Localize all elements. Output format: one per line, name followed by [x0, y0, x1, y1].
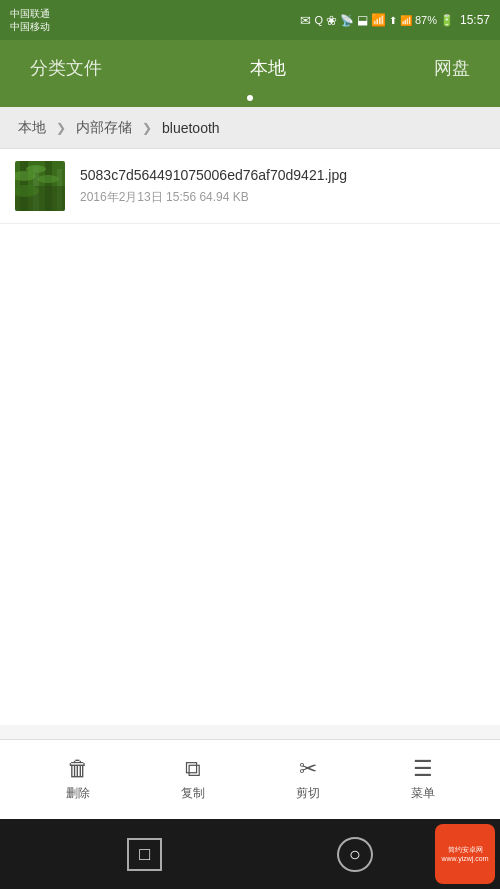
menu-button[interactable]: ☰ 菜单 — [391, 753, 455, 807]
file-info: 5083c7d564491075006ed76af70d9421.jpg 201… — [80, 166, 485, 207]
wifi-icon: 📶 — [371, 13, 386, 27]
top-navigation: 分类文件 本地 网盘 — [0, 40, 500, 95]
system-navigation: □ ○ 简约安卓网www.yizwj.com — [0, 819, 500, 889]
breadcrumb: 本地 ❯ 内部存储 ❯ bluetooth — [0, 107, 500, 149]
qa-icon: Q — [314, 14, 323, 26]
breadcrumb-bluetooth[interactable]: bluetooth — [154, 116, 228, 140]
file-list-area: 5083c7d564491075006ed76af70d9421.jpg 201… — [0, 149, 500, 725]
menu-label: 菜单 — [411, 785, 435, 802]
file-item[interactable]: 5083c7d564491075006ed76af70d9421.jpg 201… — [0, 149, 500, 224]
menu-icon: ☰ — [413, 758, 433, 780]
tab-classify[interactable]: 分类文件 — [20, 51, 112, 85]
signal1-icon: ⬆ — [389, 15, 397, 26]
status-bar: 中国联通 中国移动 ✉ Q ❀ 📡 ⬓ 📶 ⬆ 📶 87% 🔋 15:57 — [0, 0, 500, 40]
file-thumbnail — [15, 161, 65, 211]
breadcrumb-internal-storage[interactable]: 内部存储 — [68, 115, 140, 141]
carrier2: 中国移动 — [10, 20, 50, 33]
delete-button[interactable]: 🗑 删除 — [46, 753, 110, 807]
breadcrumb-arrow-1: ❯ — [56, 121, 66, 135]
cut-label: 剪切 — [296, 785, 320, 802]
home-button[interactable]: ○ — [337, 837, 373, 872]
copy-icon: ⧉ — [185, 758, 201, 780]
flower-icon: ❀ — [326, 13, 337, 28]
watermark-text: 简约安卓网www.yizwj.com — [438, 842, 491, 866]
nav-indicator-bar — [0, 95, 500, 107]
tab-cloud[interactable]: 网盘 — [424, 51, 480, 85]
file-date: 2016年2月13日 15:56 — [80, 190, 196, 204]
delete-label: 删除 — [66, 785, 90, 802]
carrier1: 中国联通 — [10, 7, 50, 20]
active-tab-dot — [247, 95, 253, 101]
file-meta: 2016年2月13日 15:56 64.94 KB — [80, 189, 485, 206]
carrier-info: 中国联通 中国移动 — [10, 7, 50, 33]
battery-icon: 🔋 — [440, 14, 454, 27]
cut-icon: ✂ — [299, 758, 317, 780]
message-icon: ✉ — [300, 13, 311, 28]
svg-point-7 — [37, 175, 59, 183]
signal2-icon: 📶 — [400, 15, 412, 26]
watermark: 简约安卓网www.yizwj.com — [435, 824, 495, 884]
cut-button[interactable]: ✂ 剪切 — [276, 753, 340, 807]
svg-point-6 — [26, 165, 46, 173]
copy-button[interactable]: ⧉ 复制 — [161, 753, 225, 807]
battery-level: 87% — [415, 14, 437, 26]
bluetooth-icon: ⬓ — [357, 13, 368, 27]
cast-icon: 📡 — [340, 14, 354, 27]
bottom-toolbar: 🗑 删除 ⧉ 复制 ✂ 剪切 ☰ 菜单 — [0, 739, 500, 819]
file-name: 5083c7d564491075006ed76af70d9421.jpg — [80, 166, 485, 186]
breadcrumb-local[interactable]: 本地 — [10, 115, 54, 141]
tab-local[interactable]: 本地 — [240, 51, 296, 85]
breadcrumb-arrow-2: ❯ — [142, 121, 152, 135]
delete-icon: 🗑 — [67, 758, 89, 780]
back-button[interactable]: □ — [127, 838, 162, 871]
copy-label: 复制 — [181, 785, 205, 802]
status-icons: ✉ Q ❀ 📡 ⬓ 📶 ⬆ 📶 87% 🔋 15:57 — [300, 13, 490, 28]
time-display: 15:57 — [460, 13, 490, 27]
file-size: 64.94 KB — [199, 190, 248, 204]
